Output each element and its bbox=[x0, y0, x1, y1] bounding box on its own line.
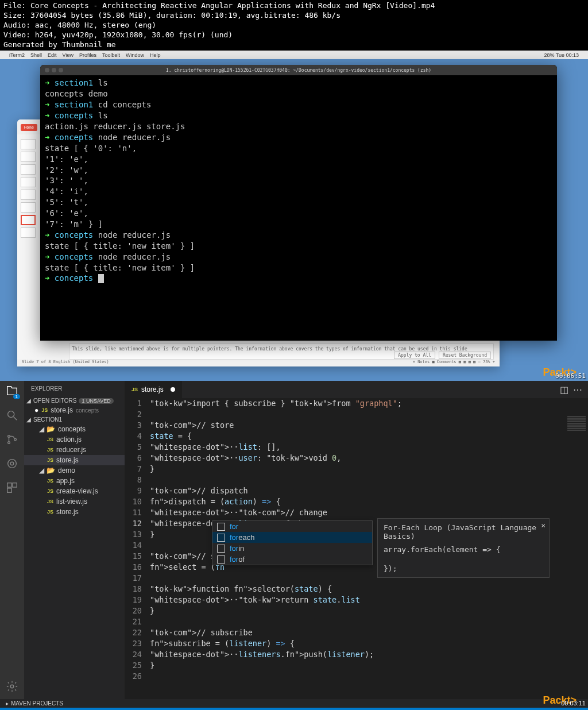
maven-section[interactable]: ▸MAVEN PROJECTS bbox=[0, 699, 588, 708]
ac-item-forof[interactable]: forof bbox=[212, 554, 372, 565]
activity-bar: 1 bbox=[0, 381, 24, 699]
svg-point-10 bbox=[10, 685, 14, 689]
menubar-right: 28% Tue 00:13 bbox=[544, 52, 579, 58]
doc-body-2: }); bbox=[384, 564, 397, 573]
editor-area: JS store.js ◫ ⋯ 123456789101112131415161… bbox=[125, 381, 588, 699]
open-editors-section[interactable]: ◢ OPEN EDITORS 1 UNSAVED bbox=[24, 396, 125, 405]
menu-toolbelt[interactable]: Toolbelt bbox=[102, 52, 120, 58]
svg-point-5 bbox=[8, 460, 17, 468]
ppt-statusbar: Slide 7 of 8 English (United States) ≡ N… bbox=[17, 360, 500, 366]
ppt-status-left: Slide 7 of 8 English (United States) bbox=[22, 360, 109, 366]
tab-store-js[interactable]: JS store.js bbox=[125, 381, 182, 398]
tab-actions: ◫ ⋯ bbox=[560, 384, 588, 395]
file-reducer-js[interactable]: JSreducer.js bbox=[24, 445, 125, 455]
file-app-js[interactable]: JSapp.js bbox=[24, 476, 125, 486]
tab-bar: JS store.js ◫ ⋯ bbox=[125, 381, 588, 398]
debug-icon[interactable] bbox=[5, 457, 19, 470]
ppt-apply-button[interactable]: Apply to All bbox=[394, 352, 435, 359]
mac-menubar: iTerm2 Shell Edit View Profiles Toolbelt… bbox=[0, 51, 588, 59]
menu-help[interactable]: Help bbox=[150, 52, 161, 58]
audio-line: Audio: aac, 48000 Hz, stereo (eng) bbox=[3, 21, 585, 30]
ppt-thumb-2[interactable] bbox=[21, 152, 36, 162]
explorer-sidebar: EXPLORER ◢ OPEN EDITORS 1 UNSAVED ●JS st… bbox=[24, 381, 125, 699]
split-editor-icon[interactable]: ◫ bbox=[560, 384, 568, 395]
svg-line-1 bbox=[14, 417, 17, 420]
svg-rect-9 bbox=[7, 488, 11, 492]
ac-item-forin[interactable]: forin bbox=[212, 543, 372, 554]
folder-concepts[interactable]: ◢📂concepts bbox=[24, 424, 125, 434]
terminal-title: 1. christoffernoring@LDN-155261-C02TG037… bbox=[166, 68, 431, 73]
extensions-icon[interactable] bbox=[5, 481, 19, 495]
file-list-view-js[interactable]: JSlist-view.js bbox=[24, 496, 125, 507]
terminal-body[interactable]: ➜ section1 lsconcepts demo➜ section1 cd … bbox=[40, 75, 557, 286]
ppt-notes-text: This slide, like mentioned above is for … bbox=[72, 346, 467, 352]
vscode-window: 1 EXPLORER ◢ OPEN EDITORS 1 UN bbox=[0, 381, 588, 710]
menu-shell[interactable]: Shell bbox=[30, 52, 42, 58]
app-name[interactable]: iTerm2 bbox=[9, 52, 25, 58]
doc-title: For-Each Loop (JavaScript Language Basic… bbox=[384, 523, 543, 541]
ppt-thumb-8[interactable] bbox=[21, 227, 36, 238]
ppt-thumb-5[interactable] bbox=[21, 190, 36, 200]
ac-item-foreach[interactable]: foreach bbox=[212, 532, 372, 543]
ppt-thumbnails bbox=[17, 137, 40, 240]
minimap[interactable] bbox=[565, 415, 588, 530]
ppt-reset-button[interactable]: Reset Background bbox=[439, 352, 491, 359]
svg-point-4 bbox=[14, 439, 17, 441]
menu-profiles[interactable]: Profiles bbox=[79, 52, 96, 58]
generated-line: Generated by Thumbnail me bbox=[3, 40, 585, 50]
ppt-thumb-1[interactable] bbox=[21, 139, 36, 149]
explorer-title: EXPLORER bbox=[24, 381, 125, 396]
menu-window[interactable]: Window bbox=[126, 52, 144, 58]
autocomplete-popup[interactable]: for foreach forin forof bbox=[212, 520, 373, 565]
settings-icon[interactable] bbox=[5, 680, 19, 693]
explorer-badge: 1 bbox=[13, 394, 20, 399]
file-line: File: Core Concepts - Architecting React… bbox=[3, 1, 585, 11]
dirty-indicator-icon bbox=[171, 387, 175, 392]
size-line: Size: 37604054 bytes (35.86 MiB), durati… bbox=[3, 11, 585, 21]
ppt-thumb-6[interactable] bbox=[21, 202, 36, 213]
ac-item-for[interactable]: for bbox=[212, 521, 372, 532]
terminal-window[interactable]: 1. christoffernoring@LDN-155261-C02TG037… bbox=[40, 65, 557, 341]
svg-point-3 bbox=[8, 442, 10, 444]
ppt-home-tab[interactable]: Home bbox=[21, 124, 37, 131]
menu-view[interactable]: View bbox=[63, 52, 74, 58]
upper-screenshot: iTerm2 Shell Edit View Profiles Toolbelt… bbox=[0, 51, 588, 381]
svg-rect-8 bbox=[13, 483, 17, 487]
file-create-view-js[interactable]: JScreate-view.js bbox=[24, 486, 125, 496]
svg-point-6 bbox=[10, 462, 14, 466]
timestamp-top: 00:06:51 bbox=[555, 372, 586, 380]
doc-body-1: array.forEach(element => { bbox=[384, 545, 501, 554]
close-icon[interactable]: × bbox=[541, 521, 546, 530]
ppt-thumb-3[interactable] bbox=[21, 164, 36, 175]
svg-rect-7 bbox=[7, 483, 11, 487]
menu-edit[interactable]: Edit bbox=[48, 52, 57, 58]
search-icon[interactable] bbox=[5, 408, 19, 422]
unsaved-badge: 1 UNSAVED bbox=[79, 398, 113, 404]
folder-demo[interactable]: ◢📂demo bbox=[24, 465, 125, 476]
ppt-notes: This slide, like mentioned above is for … bbox=[69, 344, 494, 360]
terminal-titlebar: 1. christoffernoring@LDN-155261-C02TG037… bbox=[40, 65, 557, 75]
window-controls[interactable] bbox=[45, 68, 63, 72]
timestamp-bottom: 00:03:11 bbox=[561, 700, 586, 707]
more-actions-icon[interactable]: ⋯ bbox=[573, 384, 582, 395]
workspace-section[interactable]: ◢SECTION1 bbox=[24, 415, 125, 424]
ppt-thumb-7[interactable] bbox=[21, 215, 36, 225]
ppt-thumb-4[interactable] bbox=[21, 177, 36, 187]
file-store-js[interactable]: JSstore.js bbox=[24, 455, 125, 465]
ppt-status-right: ≡ Notes ■ Comments ▦ ▦ ▦ ▦ — 75% + bbox=[413, 360, 495, 366]
open-editor-file[interactable]: ●JS store.js concepts bbox=[24, 405, 125, 415]
video-metadata: File: Core Concepts - Architecting React… bbox=[0, 0, 588, 51]
file-action-js[interactable]: JSaction.js bbox=[24, 434, 125, 445]
source-control-icon[interactable] bbox=[5, 433, 19, 446]
status-bar: ⊗ 0 ⚠ 0 Ln 12, Col 16 Spaces: 2 UTF-8 LF… bbox=[0, 708, 588, 710]
video-line: Video: h264, yuv420p, 1920x1080, 30.00 f… bbox=[3, 30, 585, 40]
svg-point-2 bbox=[8, 435, 10, 438]
svg-point-0 bbox=[8, 411, 14, 418]
documentation-popup: × For-Each Loop (JavaScript Language Bas… bbox=[377, 518, 550, 578]
line-gutter: 1234567891011121314151617181920212223242… bbox=[125, 398, 150, 699]
file-demo-store-js[interactable]: JSstore.js bbox=[24, 507, 125, 517]
explorer-icon[interactable]: 1 bbox=[5, 384, 19, 398]
